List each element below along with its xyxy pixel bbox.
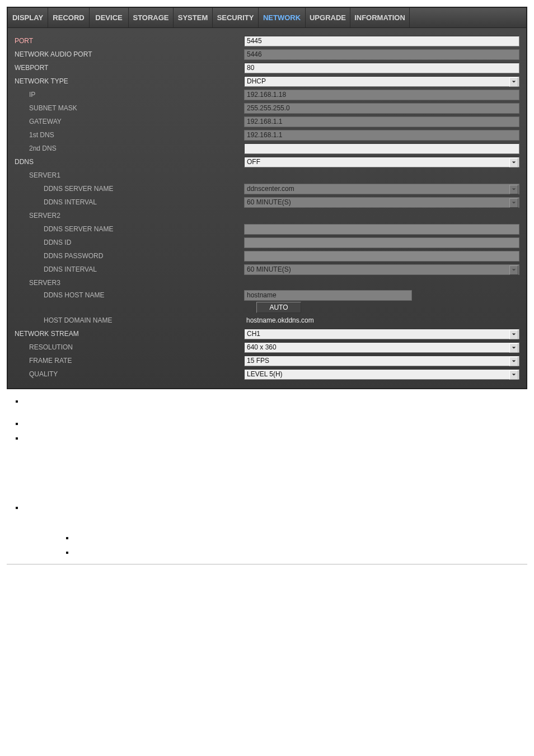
network-settings-panel: DISPLAY RECORD DEVICE STORAGE SYSTEM SEC… [7,7,527,389]
bullet [74,547,527,557]
network-audio-port-label: NETWORK AUDIO PORT [15,50,244,58]
webport-label: WEBPORT [15,64,244,72]
chevron-down-icon[interactable] [509,77,518,87]
frame-rate-label: FRAME RATE [29,357,72,365]
port-label: PORT [15,37,244,45]
doc-notes [7,396,527,557]
ip-label: IP [29,91,35,99]
s2-interval-label: DDNS INTERVAL [44,265,97,273]
s2-id-label: DDNS ID [44,239,71,246]
tab-upgrade[interactable]: UPGRADE [306,8,350,27]
s3-domain-value: hostname.okddns.com [244,316,316,324]
chevron-down-icon [509,265,518,275]
tab-system[interactable]: SYSTEM [174,8,213,27]
s1-server-name-select: ddnscenter.com [244,184,519,194]
network-type-label: NETWORK TYPE [15,77,244,85]
tab-bar: DISPLAY RECORD DEVICE STORAGE SYSTEM SEC… [8,8,526,28]
ddns-select[interactable]: OFF [244,157,519,167]
s1-server-name-label: DDNS SERVER NAME [44,185,113,193]
s1-interval-label: DDNS INTERVAL [44,198,97,206]
bullet [24,396,527,406]
tab-network[interactable]: NETWORK [259,8,306,27]
network-type-select[interactable]: DHCP [244,76,519,87]
bullet [24,433,527,443]
server1-label: SERVER1 [29,171,60,179]
resolution-select[interactable]: 640 x 360 [244,342,519,353]
s3-hostname-label: DDNS HOST NAME [44,291,104,299]
gateway-label: GATEWAY [29,118,62,125]
chevron-down-icon[interactable] [509,343,518,353]
s1-interval-select: 60 MINUTE(S) [244,197,519,208]
webport-input[interactable]: 80 [244,63,519,73]
quality-select[interactable]: LEVEL 5(H) [244,369,519,380]
ddns-label: DDNS [15,158,244,166]
network-audio-port-value: 5446 [244,49,519,60]
s2-interval-select: 60 MINUTE(S) [244,264,519,275]
tab-storage[interactable]: STORAGE [129,8,174,27]
dns2-input[interactable] [244,143,519,154]
settings-body: PORT 5445 NETWORK AUDIO PORT 5446 WEBPOR… [8,28,526,388]
ip-value: 192.168.1.18 [244,90,519,100]
server2-label: SERVER2 [29,212,60,220]
tab-device[interactable]: DEVICE [90,8,129,27]
dns1-value: 192.168.1.1 [244,130,519,141]
bullet [24,502,527,512]
subnet-mask-value: 255.255.255.0 [244,103,519,114]
chevron-down-icon[interactable] [509,158,518,167]
gateway-value: 192.168.1.1 [244,116,519,127]
frame-rate-select[interactable]: 15 FPS [244,356,519,366]
bullet [74,533,527,543]
chevron-down-icon[interactable] [509,357,518,366]
chevron-down-icon [509,185,518,194]
port-input[interactable]: 5445 [244,36,519,46]
chevron-down-icon[interactable] [509,330,518,339]
s2-password-input [244,251,519,262]
network-stream-label: NETWORK STREAM [15,330,244,338]
s3-domain-label: HOST DOMAIN NAME [44,316,112,324]
resolution-label: RESOLUTION [29,343,73,351]
dns1-label: 1st DNS [29,131,54,139]
bullet [24,418,527,428]
tab-record[interactable]: RECORD [48,8,90,27]
tab-security[interactable]: SECURITY [213,8,259,27]
chevron-down-icon[interactable] [509,370,518,380]
s2-id-input [244,237,519,248]
s2-password-label: DDNS PASSWORD [44,252,103,260]
server3-label: SERVER3 [29,279,60,287]
dns2-label: 2nd DNS [29,144,57,152]
chevron-down-icon [509,198,518,208]
s2-server-name-label: DDNS SERVER NAME [44,225,113,233]
s3-hostname-value: hostname [244,290,412,301]
auto-button[interactable]: AUTO [256,302,301,313]
network-stream-select[interactable]: CH1 [244,329,519,339]
divider [7,564,527,564]
tab-information[interactable]: INFORMATION [350,8,410,27]
tab-display[interactable]: DISPLAY [8,8,48,27]
s2-server-name-input [244,224,519,235]
quality-label: QUALITY [29,370,58,378]
subnet-mask-label: SUBNET MASK [29,104,77,112]
